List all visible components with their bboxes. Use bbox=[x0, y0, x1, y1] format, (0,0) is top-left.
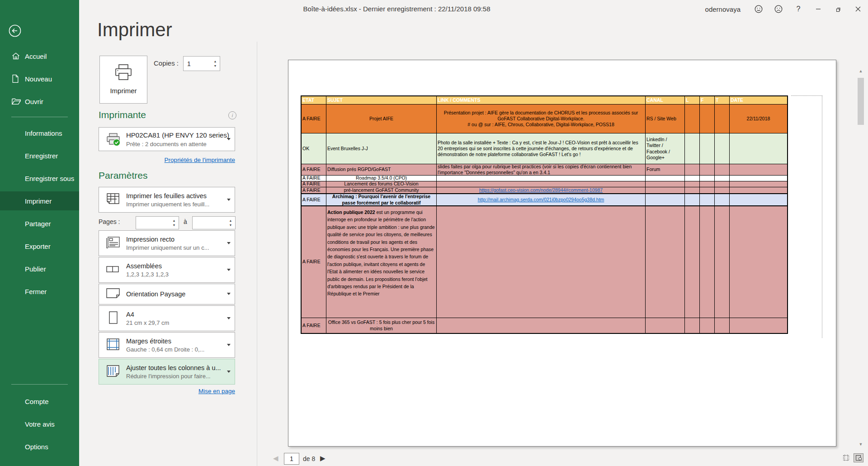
table-cell-l bbox=[685, 206, 700, 318]
scrollbar-thumb[interactable] bbox=[858, 78, 864, 125]
printer-selector[interactable]: HP02CA81 (HP ENVY 120 series) Prête : 2 … bbox=[99, 127, 235, 151]
pages-to-stepper[interactable]: ▲▼ bbox=[192, 216, 236, 229]
chevron-down-icon bbox=[227, 317, 231, 319]
sidebar-item-partager[interactable]: Partager bbox=[0, 214, 79, 233]
scroll-down-icon[interactable]: ▼ bbox=[856, 440, 865, 449]
chevron-down-icon bbox=[227, 344, 231, 346]
setting-margins[interactable]: Marges étroitesGauche : 0,64 cm Droite :… bbox=[99, 332, 235, 358]
feedback-smile-icon[interactable] bbox=[749, 0, 769, 18]
table-header-cell: CANAL bbox=[646, 96, 685, 104]
help-button[interactable]: ? bbox=[788, 0, 808, 18]
pages-from-stepper[interactable]: ▲▼ bbox=[136, 216, 179, 229]
setting-active-sheets[interactable]: Imprimer les feuilles activesImprimer un… bbox=[99, 187, 235, 213]
table-cell-link-comments bbox=[437, 181, 646, 187]
sidebar-item-compte[interactable]: Compte bbox=[0, 392, 79, 411]
table-header-row: ETATSUJETLINK / COMMENTSCANALLFTDATE bbox=[302, 96, 787, 105]
table-cell-l bbox=[685, 187, 700, 193]
page-setup-link[interactable]: Mise en page bbox=[198, 388, 235, 395]
sidebar-item-fermer[interactable]: Fermer bbox=[0, 282, 79, 301]
setting-collated[interactable]: Assemblées1,2,3 1,2,3 1,2,3 bbox=[99, 257, 235, 283]
sidebar-item-imprimer[interactable]: Imprimer bbox=[0, 191, 79, 210]
back-button[interactable] bbox=[8, 24, 22, 38]
table-cell-sujet: Roadmap 3.5/4.0 (CPO) bbox=[326, 176, 437, 181]
pages-from-down-icon[interactable]: ▼ bbox=[173, 223, 176, 227]
table-cell-sujet: pré-lancement GoFAST Community bbox=[326, 187, 437, 193]
setting-subtitle: 1,2,3 1,2,3 1,2,3 bbox=[126, 271, 223, 278]
table-cell-etat: A FAIRE bbox=[302, 164, 326, 175]
sidebar-item-votre-avis[interactable]: Votre avis bbox=[0, 414, 79, 433]
table-cell-f bbox=[700, 206, 715, 318]
sidebar-item-label: Imprimer bbox=[25, 197, 52, 205]
show-margins-button[interactable] bbox=[841, 453, 851, 462]
table-cell-etat: A FAIRE bbox=[302, 181, 326, 187]
sidebar-item-label: Compte bbox=[25, 398, 49, 405]
sidebar-item-publier[interactable]: Publier bbox=[0, 259, 79, 278]
previous-page-button[interactable]: ◀ bbox=[273, 454, 278, 462]
table-cell-f bbox=[700, 164, 715, 175]
sidebar-item-nouveau[interactable]: Nouveau bbox=[0, 69, 79, 88]
table-cell-link-comments bbox=[437, 206, 646, 318]
setting-subtitle: Réduire l'impression pour faire... bbox=[126, 373, 223, 380]
table-cell-date bbox=[730, 194, 787, 205]
pages-from-input[interactable] bbox=[136, 219, 170, 227]
close-button[interactable] bbox=[848, 0, 868, 18]
pages-to-up-icon[interactable]: ▲ bbox=[229, 219, 232, 222]
sidebar-item-accueil[interactable]: Accueil bbox=[0, 47, 79, 66]
titlebar: Boîte-à-idées.xlsx - Dernier enregistrem… bbox=[79, 0, 868, 18]
table-header-cell: F bbox=[700, 96, 715, 104]
sidebar-item-informations[interactable]: Informations bbox=[0, 124, 79, 143]
sidebar-item-label: Votre avis bbox=[25, 420, 55, 428]
printer-name: HP02CA81 (HP ENVY 120 series) bbox=[126, 131, 229, 139]
collated-icon bbox=[105, 263, 121, 277]
sidebar-item-options[interactable]: Options bbox=[0, 437, 79, 456]
chevron-down-icon bbox=[227, 269, 231, 271]
cell-hyperlink[interactable]: https://gofast.ceo-vision.com/node/28944… bbox=[438, 187, 644, 193]
sidebar-item-label: Publier bbox=[25, 265, 46, 273]
zoom-to-page-button[interactable] bbox=[854, 453, 863, 462]
setting-paper-a4[interactable]: A421 cm x 29,7 cm bbox=[99, 305, 235, 331]
pages-from-up-icon[interactable]: ▲ bbox=[173, 219, 176, 222]
scroll-up-icon[interactable]: ▲ bbox=[856, 67, 865, 76]
copies-stepper[interactable]: ▲▼ bbox=[183, 56, 220, 71]
sidebar-item-enregistrer-sous[interactable]: Enregistrer sous bbox=[0, 169, 79, 188]
sidebar-item-ouvrir[interactable]: Ouvrir bbox=[0, 92, 79, 111]
print-button[interactable]: Imprimer bbox=[99, 56, 147, 104]
table-cell-t bbox=[715, 318, 730, 333]
setting-fit-columns[interactable]: Ajuster toutes les colonnes à u...Réduir… bbox=[99, 359, 235, 385]
table-header-cell: LINK / COMMENTS bbox=[437, 96, 646, 104]
table-cell-etat: A FAIRE bbox=[302, 176, 326, 181]
current-page-input[interactable] bbox=[284, 453, 299, 465]
sidebar-item-exporter[interactable]: Exporter bbox=[0, 237, 79, 256]
pages-to-down-icon[interactable]: ▼ bbox=[229, 223, 232, 227]
copies-input[interactable] bbox=[184, 60, 211, 68]
setting-landscape[interactable]: Orientation Paysage bbox=[99, 284, 235, 304]
sidebar-item-label: Options bbox=[25, 443, 48, 451]
copies-down-icon[interactable]: ▼ bbox=[214, 64, 217, 67]
pages-to-input[interactable] bbox=[193, 219, 226, 227]
table-cell-link-comments: slides faites par olga pour rubrique bes… bbox=[437, 164, 646, 175]
table-cell-sujet: Action publique 2022 est un programme qu… bbox=[326, 206, 437, 318]
setting-subtitle: Imprimer uniquement les feuill... bbox=[126, 201, 223, 208]
restore-button[interactable] bbox=[828, 0, 848, 18]
printer-icon bbox=[113, 63, 133, 84]
print-preview-page: ETATSUJETLINK / COMMENTSCANALLFTDATEA FA… bbox=[288, 60, 836, 447]
setting-title: Ajuster toutes les colonnes à u... bbox=[126, 364, 223, 371]
copies-up-icon[interactable]: ▲ bbox=[214, 60, 217, 63]
info-icon[interactable]: i bbox=[228, 111, 236, 119]
table-row: A FAIRERoadmap 3.5/4.0 (CPO) bbox=[302, 176, 787, 181]
table-cell-date bbox=[730, 176, 787, 181]
setting-one-sided[interactable]: Impression rectoImprimer uniquement sur … bbox=[99, 230, 235, 256]
table-cell-f bbox=[700, 181, 715, 187]
sidebar-item-enregistrer[interactable]: Enregistrer bbox=[0, 146, 79, 165]
next-page-button[interactable]: ▶ bbox=[320, 454, 326, 462]
table-cell-date bbox=[730, 181, 787, 187]
cell-hyperlink[interactable]: http://mail.archimag.serda.com/021i0bzpo… bbox=[438, 197, 644, 203]
table-cell-f bbox=[700, 194, 715, 205]
feedback-frown-icon[interactable] bbox=[769, 0, 788, 18]
document-title: Boîte-à-idées.xlsx - Dernier enregistrem… bbox=[79, 0, 714, 18]
user-name: odernovaya bbox=[705, 5, 741, 13]
minimize-button[interactable] bbox=[808, 0, 828, 18]
printer-properties-link[interactable]: Propriétés de l'imprimante bbox=[165, 157, 235, 163]
table-cell-canal bbox=[646, 206, 685, 318]
sidebar-item-label: Enregistrer bbox=[25, 152, 58, 160]
